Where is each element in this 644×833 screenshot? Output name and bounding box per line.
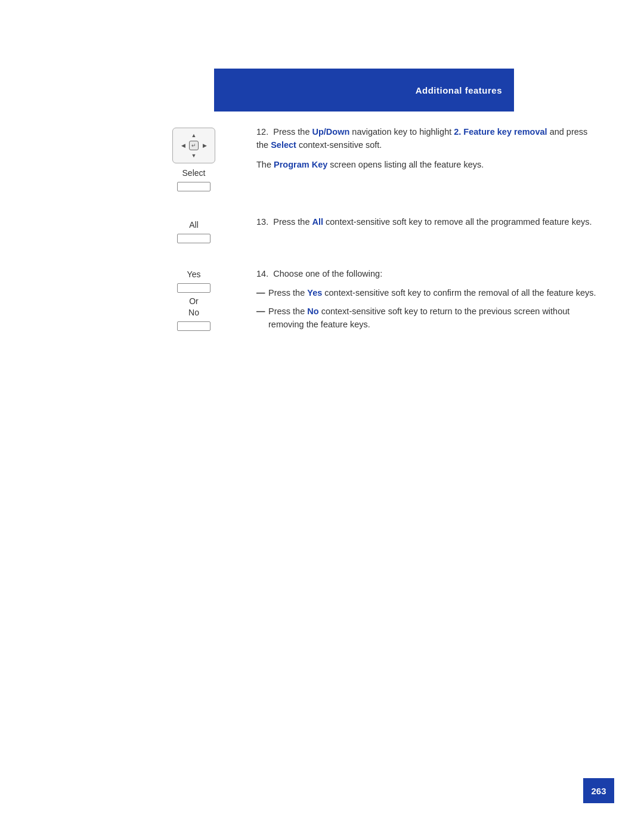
main-content: ▲ ◀ ↵ ▶ ▼ Select 12. Press the Up/Down n… <box>143 125 596 360</box>
page-number: 263 <box>583 778 614 803</box>
step-14-bullets: — Press the Yes context-sensitive soft k… <box>256 286 596 331</box>
step-12-paragraph: 12. Press the Up/Down navigation key to … <box>256 125 596 152</box>
step-14-yes-soft-key <box>177 283 210 293</box>
step-12-block: ▲ ◀ ↵ ▶ ▼ Select 12. Press the Up/Down n… <box>143 125 596 191</box>
step-13-block: All 13. Press the All context-sensitive … <box>143 215 596 243</box>
nav-center-button: ↵ <box>189 141 199 150</box>
step-14-bullet-yes: — Press the Yes context-sensitive soft k… <box>256 286 596 299</box>
nav-right-arrow: ▶ <box>203 143 207 148</box>
page-number-text: 263 <box>591 786 606 796</box>
step-13-key-label: All <box>189 220 199 230</box>
step-12-left: ▲ ◀ ↵ ▶ ▼ Select <box>143 125 244 191</box>
step-14-bullet-no: — Press the No context-sensitive soft ke… <box>256 305 596 332</box>
step-13-text: 13. Press the All context-sensitive soft… <box>256 215 596 228</box>
step-13-left: All <box>143 215 244 243</box>
step-14-left: Yes Or No <box>143 267 244 331</box>
step-14-block: Yes Or No 14. Choose one of the followin… <box>143 267 596 336</box>
step-12-key-label: Select <box>182 168 206 178</box>
all-label: All <box>312 217 324 227</box>
step-14-no-label: No <box>188 308 199 317</box>
select-label: Select <box>271 140 296 150</box>
step-14-yes-label: Yes <box>187 270 201 279</box>
yes-bold-label: Yes <box>307 288 322 298</box>
phone-device-icon: ▲ ◀ ↵ ▶ ▼ <box>172 128 215 163</box>
step-13-soft-key <box>177 234 210 243</box>
nav-left-arrow: ◀ <box>181 143 185 148</box>
step-12-text: 12. Press the Up/Down navigation key to … <box>256 125 596 171</box>
nav-down-arrow: ▼ <box>191 153 197 159</box>
step-14-text: 14. Choose one of the following: — Press… <box>256 267 596 336</box>
step-12-soft-key <box>177 182 210 191</box>
program-key-label: Program Key <box>274 160 327 169</box>
header-title: Additional features <box>416 85 502 95</box>
step-14-no-soft-key <box>177 321 210 331</box>
step-13-paragraph: 13. Press the All context-sensitive soft… <box>256 215 596 228</box>
step-14-intro: 14. Choose one of the following: <box>256 267 596 280</box>
feature-key-removal-label: 2. Feature key removal <box>454 127 547 137</box>
step-12-extra: The Program Key screen opens listing all… <box>256 158 596 171</box>
updown-label: Up/Down <box>312 127 350 137</box>
no-bold-label: No <box>307 306 318 316</box>
step-14-or-label: Or <box>189 296 199 306</box>
header-bar: Additional features <box>214 69 514 112</box>
nav-up-arrow: ▲ <box>191 132 197 138</box>
